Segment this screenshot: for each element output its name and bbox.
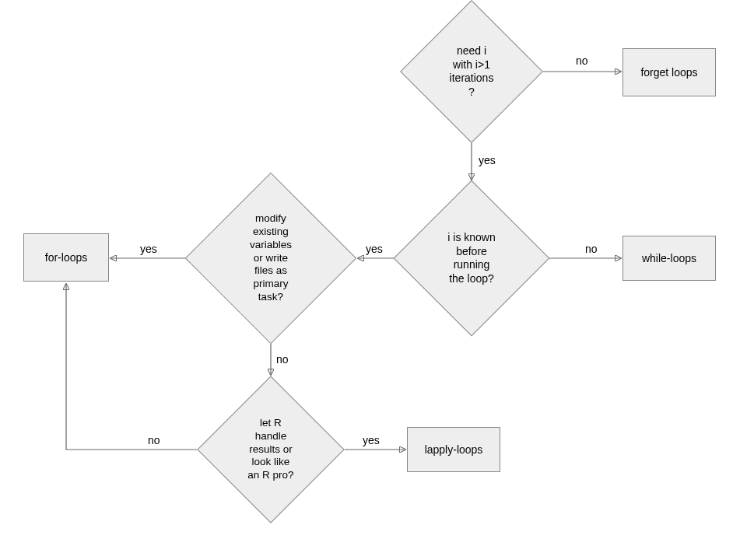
- label-d3-yes: yes: [140, 243, 157, 255]
- terminal-lapply-loops: lapply-loops: [407, 427, 500, 472]
- label-d2-yes: yes: [366, 243, 383, 255]
- label-d2-no: no: [585, 243, 598, 255]
- decision-i-known: i is knownbeforerunningthe loop?: [416, 203, 527, 313]
- terminal-forget-loops-text: forget loops: [640, 66, 697, 79]
- decision-need-iterations: need iwith i>1iterations?: [421, 21, 522, 122]
- label-d1-yes: yes: [479, 154, 496, 166]
- terminal-forget-loops: forget loops: [622, 48, 716, 96]
- decision-r-pro: let Rhandleresults orlook likean R pro?: [219, 397, 323, 502]
- decision-need-iterations-text: need iwith i>1iterations?: [450, 44, 494, 99]
- terminal-for-loops-text: for-loops: [45, 251, 87, 264]
- label-d1-no: no: [576, 54, 588, 67]
- terminal-while-loops: while-loops: [622, 236, 716, 281]
- terminal-lapply-loops-text: lapply-loops: [425, 443, 483, 456]
- label-d3-no: no: [276, 353, 289, 366]
- decision-modify-variables: modifyexistingvariablesor writefiles asp…: [210, 198, 331, 319]
- terminal-while-loops-text: while-loops: [642, 252, 696, 264]
- label-d4-yes: yes: [363, 434, 380, 446]
- decision-r-pro-text: let Rhandleresults orlook likean R pro?: [247, 417, 293, 482]
- label-d4-no: no: [148, 434, 160, 446]
- decision-i-known-text: i is knownbeforerunningthe loop?: [447, 231, 495, 285]
- decision-modify-variables-text: modifyexistingvariablesor writefiles asp…: [250, 212, 292, 304]
- terminal-for-loops: for-loops: [23, 233, 109, 282]
